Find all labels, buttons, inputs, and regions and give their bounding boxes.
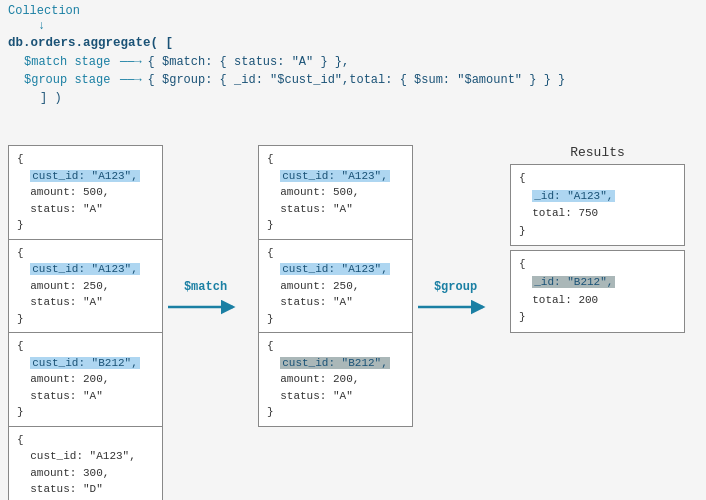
fdoc1-custid-hl: cust_id: "A123", <box>280 170 390 182</box>
results-column: Results { _id: "A123", total: 750 } { _i… <box>510 145 685 337</box>
group-stage-code: { $group: { _id: "$cust_id",total: { $su… <box>148 71 566 89</box>
collection-down-arrow: ↓ <box>38 20 565 32</box>
match-stage-label: $match stage <box>24 53 114 71</box>
match-stage-line: $match stage ——→ { $match: { status: "A"… <box>24 53 565 71</box>
result-box-2: { _id: "B212", total: 200 } <box>510 250 685 332</box>
match-arrow-label: $match <box>184 280 227 294</box>
doc-box-2: { cust_id: "A123", amount: 250, status: … <box>8 240 163 334</box>
match-arrow-group: $match <box>168 280 243 318</box>
doc2-custid-hl: cust_id: "A123", <box>30 263 140 275</box>
doc3-custid-hl: cust_id: "B212", <box>30 357 140 369</box>
group-stage-arrow: ——→ <box>120 71 142 89</box>
collection-label: Collection <box>8 2 80 20</box>
group-arrow-label: $group <box>434 280 477 294</box>
results-label: Results <box>510 145 685 160</box>
aggregate-line: db.orders.aggregate( [ <box>8 34 565 53</box>
group-stage-line: $group stage ——→ { $group: { _id: "$cust… <box>24 71 565 89</box>
fdoc2-custid-hl: cust_id: "A123", <box>280 263 390 275</box>
doc1-custid-hl: cust_id: "A123", <box>30 170 140 182</box>
filtered-doc-box-1: { cust_id: "A123", amount: 500, status: … <box>258 145 413 240</box>
fdoc3-custid-hl: cust_id: "B212", <box>280 357 390 369</box>
closing-bracket: ] ) <box>40 89 565 107</box>
filtered-doc-box-2: { cust_id: "A123", amount: 250, status: … <box>258 240 413 334</box>
doc-box-4: { cust_id: "A123", amount: 300, status: … <box>8 427 163 501</box>
doc-box-3: { cust_id: "B212", amount: 200, status: … <box>8 333 163 427</box>
match-stage-arrow: ——→ <box>120 53 142 71</box>
match-stage-code: { $match: { status: "A" } }, <box>148 53 350 71</box>
result1-id-hl: _id: "A123", <box>532 190 615 202</box>
match-arrow-svg <box>168 296 243 318</box>
doc-box-1: { cust_id: "A123", amount: 500, status: … <box>8 145 163 240</box>
diagram-container: Collection ↓ db.orders.aggregate( [ $mat… <box>0 0 706 500</box>
group-arrow-group: $group <box>418 280 493 318</box>
filtered-doc-box-3: { cust_id: "B212", amount: 200, status: … <box>258 333 413 427</box>
group-arrow-svg <box>418 296 493 318</box>
result-box-1: { _id: "A123", total: 750 } <box>510 164 685 246</box>
result2-id-hl: _id: "B212", <box>532 276 615 288</box>
top-code: Collection ↓ db.orders.aggregate( [ $mat… <box>8 2 565 107</box>
group-stage-label: $group stage <box>24 71 114 89</box>
docs-column: { cust_id: "A123", amount: 500, status: … <box>8 145 163 500</box>
filtered-column: { cust_id: "A123", amount: 500, status: … <box>258 145 413 427</box>
